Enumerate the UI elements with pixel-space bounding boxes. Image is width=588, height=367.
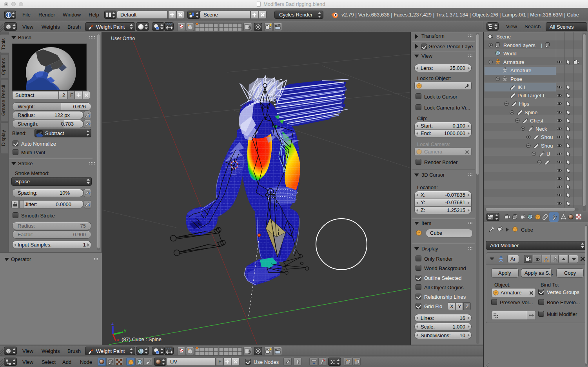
svg-text:(87) Cube : Spine: (87) Cube : Spine [122,336,162,342]
svg-text:z: z [111,320,114,326]
svg-text:y: y [124,328,127,333]
svg-text:x: x [117,337,119,342]
svg-text:User Ortho: User Ortho [111,36,135,41]
